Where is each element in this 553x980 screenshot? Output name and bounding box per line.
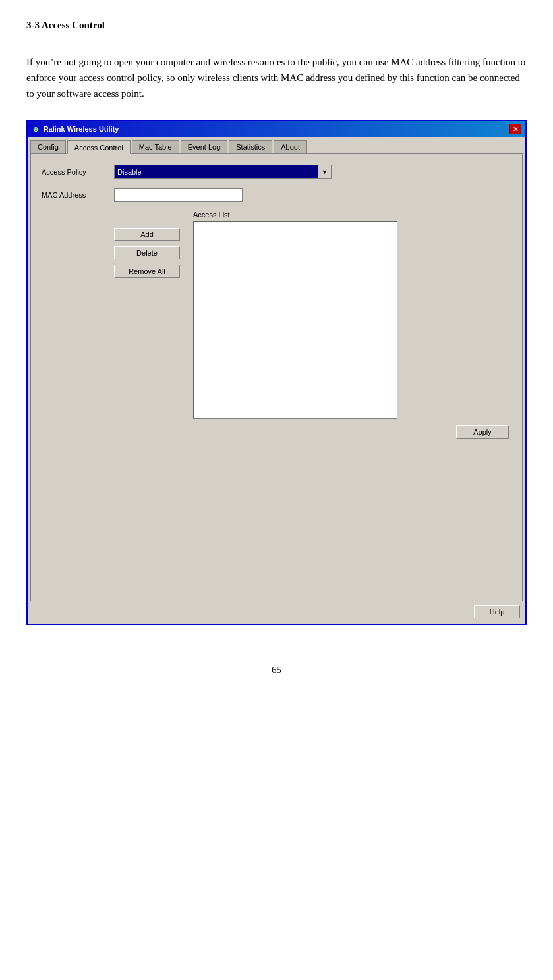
help-button[interactable]: Help xyxy=(474,605,520,618)
mac-address-label: MAC Address xyxy=(42,191,114,199)
tab-mac-table[interactable]: Mac Table xyxy=(132,140,179,154)
dialog-titlebar: ☻ Ralink Wireless Utility ✕ xyxy=(28,121,525,137)
tab-event-log[interactable]: Event Log xyxy=(181,140,228,154)
tab-config[interactable]: Config xyxy=(30,140,66,154)
access-policy-label: Access Policy xyxy=(42,168,114,176)
access-list-col: Access List xyxy=(193,211,511,419)
tab-about[interactable]: About xyxy=(274,140,307,154)
dialog-footer: Help xyxy=(28,601,525,624)
close-button[interactable]: ✕ xyxy=(509,124,521,134)
dialog: ☻ Ralink Wireless Utility ✕ Config Acces… xyxy=(26,120,527,625)
apply-row: Apply xyxy=(42,425,511,439)
intro-text: If you’re not going to open your compute… xyxy=(26,54,527,101)
access-policy-row: Access Policy Disable Allow All Reject A… xyxy=(42,165,511,179)
mac-address-input[interactable] xyxy=(114,188,243,202)
dialog-title: Ralink Wireless Utility xyxy=(44,125,119,133)
access-policy-select[interactable]: Disable Allow All Reject All xyxy=(114,165,318,179)
dialog-wrapper: ☻ Ralink Wireless Utility ✕ Config Acces… xyxy=(26,120,527,625)
tab-access-control[interactable]: Access Control xyxy=(67,140,131,154)
remove-all-button[interactable]: Remove All xyxy=(114,265,180,278)
tab-statistics[interactable]: Statistics xyxy=(229,140,272,154)
dialog-tabs: Config Access Control Mac Table Event Lo… xyxy=(28,137,525,153)
select-arrow-icon: ▼ xyxy=(318,165,332,179)
dialog-content: Access Policy Disable Allow All Reject A… xyxy=(30,153,523,601)
action-buttons-col: Add Delete Remove All xyxy=(114,211,180,419)
page-heading: 3-3 Access Control xyxy=(26,20,527,31)
mac-address-row: MAC Address xyxy=(42,188,511,202)
apply-button[interactable]: Apply xyxy=(456,425,509,439)
titlebar-left: ☻ Ralink Wireless Utility xyxy=(32,124,119,134)
middle-section: Add Delete Remove All Access List xyxy=(42,211,511,419)
policy-select-wrapper: Disable Allow All Reject All ▼ xyxy=(114,165,511,179)
access-list-box[interactable] xyxy=(193,221,397,419)
dialog-icon: ☻ xyxy=(32,124,40,134)
access-list-label: Access List xyxy=(193,211,511,219)
page-number: 65 xyxy=(26,665,527,676)
add-button[interactable]: Add xyxy=(114,228,180,241)
delete-button[interactable]: Delete xyxy=(114,246,180,259)
